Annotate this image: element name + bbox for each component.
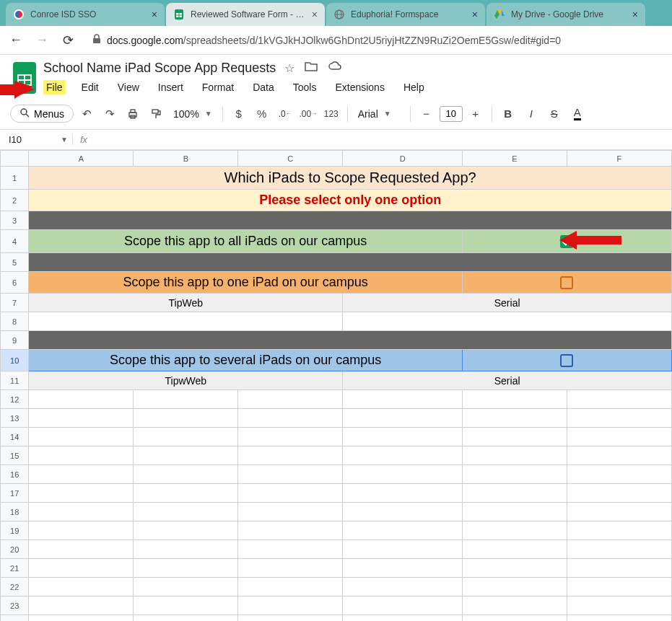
cell[interactable] [343,596,463,615]
cell[interactable] [343,521,463,540]
move-icon[interactable] [305,61,318,75]
cell[interactable] [343,409,463,428]
row-header[interactable]: 1 [1,167,29,190]
close-icon[interactable]: × [472,9,478,20]
decrease-font-button[interactable]: − [416,104,437,124]
cell[interactable] [238,465,343,484]
cell[interactable] [238,521,343,540]
increase-font-button[interactable]: + [466,104,486,124]
cell[interactable] [462,409,567,428]
text-color-button[interactable]: A [567,104,588,124]
instruction-cell[interactable]: Please select only one option [29,190,672,211]
font-size-input[interactable] [440,106,463,122]
row-header[interactable]: 2 [1,190,29,211]
col-header-C[interactable]: C [238,151,343,167]
separator-cell[interactable] [29,331,672,350]
cell[interactable] [29,540,134,559]
paint-format-button[interactable] [146,104,166,124]
close-icon[interactable]: × [632,9,638,20]
bold-button[interactable]: B [498,104,518,124]
cell[interactable] [134,503,238,521]
row-header[interactable]: 17 [1,484,29,503]
cell[interactable] [462,578,567,596]
cell[interactable] [29,615,134,622]
col-header-B[interactable]: B [134,151,238,167]
row-header[interactable]: 19 [1,521,29,540]
row-header[interactable]: 14 [1,428,29,446]
menu-file[interactable]: File [43,80,66,94]
cell[interactable] [462,390,567,409]
row-header[interactable]: 7 [1,294,29,312]
menu-extensions[interactable]: Extensions [332,80,387,94]
cell[interactable] [567,615,671,622]
cell[interactable] [238,428,343,446]
cell[interactable] [343,390,463,409]
col-header-F[interactable]: F [567,151,671,167]
checkbox-icon[interactable] [560,235,573,248]
separator-cell[interactable] [29,253,672,272]
cell[interactable] [462,428,567,446]
cell[interactable] [567,428,671,446]
cell[interactable] [134,615,238,622]
cell[interactable] [238,390,343,409]
cell[interactable] [238,446,343,465]
col-header-A[interactable]: A [29,151,134,167]
cell[interactable] [462,559,567,578]
strikethrough-button[interactable]: S [544,104,564,124]
close-icon[interactable]: × [312,9,318,20]
serial-header-2[interactable]: Serial [343,371,672,390]
cell[interactable] [134,428,238,446]
row-header[interactable]: 13 [1,409,29,428]
cell[interactable] [29,428,134,446]
row-header[interactable]: 5 [1,253,29,272]
row-header[interactable]: 23 [1,596,29,615]
address-bar[interactable]: docs.google.com/spreadsheets/d/1kVGJkHJO… [85,30,665,50]
cell[interactable] [567,540,671,559]
cell[interactable] [567,484,671,503]
row-header[interactable]: 15 [1,446,29,465]
cell[interactable] [462,540,567,559]
menu-view[interactable]: View [115,80,142,94]
cell[interactable] [134,484,238,503]
row-header[interactable]: 18 [1,503,29,521]
cell[interactable] [462,446,567,465]
cell[interactable] [567,578,671,596]
cell[interactable] [343,484,463,503]
currency-button[interactable]: $ [229,104,249,124]
cell[interactable] [567,559,671,578]
option-one-checkbox-cell[interactable] [462,272,671,294]
row-header[interactable]: 20 [1,540,29,559]
italic-button[interactable]: I [521,104,541,124]
checkbox-icon[interactable] [560,276,573,289]
row-header[interactable]: 4 [1,230,29,253]
cell[interactable] [29,521,134,540]
cell[interactable] [343,615,463,622]
cell[interactable] [29,465,134,484]
cell[interactable] [462,465,567,484]
sheets-logo-icon[interactable] [12,61,38,98]
decrease-decimal-button[interactable]: .0← [275,104,295,124]
cell[interactable] [462,615,567,622]
star-icon[interactable]: ☆ [284,61,294,75]
cell[interactable] [238,409,343,428]
menu-help[interactable]: Help [401,80,427,94]
row-header[interactable]: 12 [1,390,29,409]
menus-search[interactable]: Menus [10,105,74,123]
row-header[interactable]: 16 [1,465,29,484]
cloud-status-icon[interactable] [328,61,342,75]
cell[interactable] [238,540,343,559]
name-box[interactable]: I10 ▼ [0,134,72,145]
col-header-D[interactable]: D [343,151,463,167]
cell[interactable] [567,521,671,540]
cell[interactable] [343,540,463,559]
cell[interactable] [134,540,238,559]
browser-tab-3[interactable]: My Drive - Google Drive × [486,3,645,26]
option-several-label[interactable]: Scope this app to several iPads on our c… [29,350,463,371]
cell[interactable] [29,503,134,521]
cell[interactable] [29,596,134,615]
cell[interactable] [29,446,134,465]
serial-header[interactable]: Serial [343,294,672,312]
cell[interactable] [238,559,343,578]
cell[interactable] [134,596,238,615]
row-header[interactable]: 21 [1,559,29,578]
